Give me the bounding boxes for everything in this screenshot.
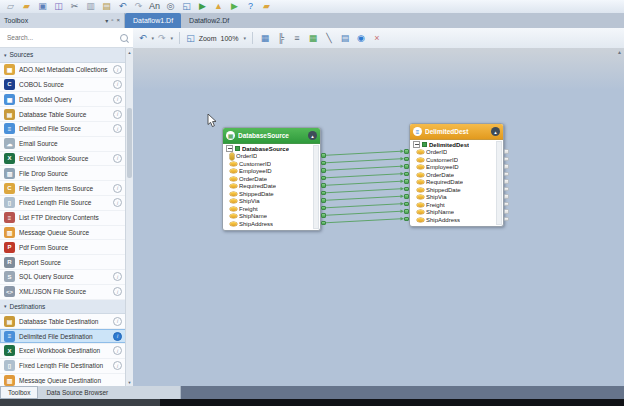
redo-icon[interactable]: ↷ <box>158 34 166 43</box>
remove-icon[interactable]: × <box>371 32 383 44</box>
info-icon[interactable] <box>113 124 122 133</box>
port-stub[interactable] <box>504 149 509 154</box>
recent-folder-icon[interactable]: ▰ <box>261 1 272 12</box>
toolbox-item[interactable]: S SQL Query Source <box>0 270 126 285</box>
port-stub[interactable] <box>321 161 326 166</box>
port-stub[interactable] <box>404 157 409 162</box>
info-icon[interactable] <box>113 332 122 341</box>
pin-icon[interactable]: ▫ <box>111 17 113 24</box>
info-icon[interactable] <box>113 287 122 296</box>
port-stub[interactable] <box>504 209 509 214</box>
save-all-icon[interactable]: ◫ <box>53 1 64 12</box>
panel-tab[interactable]: Data Source Browser <box>38 386 116 399</box>
info-icon[interactable] <box>113 184 122 193</box>
scroll-up-icon[interactable]: ▲ <box>126 48 133 56</box>
toolbox-item[interactable]: C COBOL Source <box>0 78 126 93</box>
toolbox-section-header[interactable]: Sources <box>0 48 126 63</box>
panel-tab[interactable]: Toolbox <box>0 386 38 399</box>
port-stub[interactable] <box>321 213 326 218</box>
port-stub[interactable] <box>504 179 509 184</box>
close-icon[interactable]: × <box>116 17 120 24</box>
redo-dropdown-icon[interactable]: ▾ <box>171 35 174 41</box>
zoom-fit-icon[interactable]: ◱ <box>186 33 195 43</box>
align-items-icon[interactable]: ≡ <box>291 32 303 44</box>
toolbox-item[interactable]: ▥ File Drop Source <box>0 166 126 181</box>
toolbox-item[interactable]: ▦ Data Model Query <box>0 92 126 107</box>
draw-link-icon[interactable]: ╲ <box>323 32 335 44</box>
port-stub[interactable] <box>504 202 509 207</box>
field-row[interactable]: OrderDate <box>226 175 313 183</box>
cut-icon[interactable]: ✂ <box>69 1 80 12</box>
field-row[interactable]: Freight <box>226 205 313 213</box>
field-row[interactable]: OrderDate <box>413 171 496 179</box>
info-icon[interactable] <box>113 272 122 281</box>
undo-dropdown-icon[interactable]: ▾ <box>152 35 155 41</box>
toolbox-item[interactable]: ▯ Fixed Length File Destination <box>0 359 126 374</box>
auto-layout-tree-icon[interactable]: ╠ <box>275 32 287 44</box>
copy-icon[interactable]: ▥ <box>85 1 96 12</box>
port-stub[interactable] <box>504 217 509 222</box>
find-icon[interactable]: ◎ <box>165 1 176 12</box>
toolbox-item[interactable]: ▤ Database Table Source <box>0 107 126 122</box>
node-scrollbar[interactable] <box>313 145 319 229</box>
info-icon[interactable] <box>113 361 122 370</box>
port-stub[interactable] <box>321 206 326 211</box>
preview-window-icon[interactable]: ▤ <box>339 32 351 44</box>
toolbox-item[interactable]: ☁ Email Source <box>0 137 126 152</box>
info-icon[interactable] <box>113 154 122 163</box>
toolbox-item[interactable]: C File System Items Source <box>0 181 126 196</box>
info-icon[interactable] <box>113 198 122 207</box>
toolbox-item[interactable]: ≡ List FTP Directory Contents <box>0 211 126 226</box>
tree-collapse-icon[interactable] <box>226 145 233 152</box>
info-icon[interactable] <box>113 346 122 355</box>
tree-collapse-icon[interactable] <box>413 141 420 148</box>
port-stub[interactable] <box>504 187 509 192</box>
chevron-down-icon[interactable]: ▾ <box>105 17 108 24</box>
export-package-icon[interactable]: ▲ <box>213 1 224 12</box>
node-header[interactable]: ≡ DelimitedDest ▴ <box>410 124 503 140</box>
field-row[interactable]: ShippedDate <box>413 186 496 194</box>
collapse-icon[interactable]: ▴ <box>491 127 500 136</box>
field-row[interactable]: EmployeeID <box>413 164 496 172</box>
dataflow-node[interactable]: ≡ DelimitedDest ▴ DelimitedDest <box>409 123 504 227</box>
undo-icon[interactable]: ↶ <box>139 34 147 43</box>
toolbox-item[interactable]: ≡ Delimited File Source <box>0 122 126 137</box>
node-root-row[interactable]: DelimitedDest <box>413 141 496 149</box>
node-root-row[interactable]: DatabaseSource <box>226 145 313 153</box>
toolbox-item[interactable]: P Pdf Form Source <box>0 240 126 255</box>
toolbox-item[interactable]: X Excel Workbook Source <box>0 152 126 167</box>
save-layout-icon[interactable]: ▦ <box>259 32 271 44</box>
port-stub[interactable] <box>404 194 409 199</box>
port-stub[interactable] <box>321 176 326 181</box>
port-stub[interactable] <box>321 153 326 158</box>
font-icon[interactable]: An <box>149 1 160 12</box>
start-dataflow-icon[interactable]: ▶ <box>197 1 208 12</box>
node-header[interactable]: ▦ DatabaseSource ▴ <box>223 128 320 144</box>
field-row[interactable]: RequiredDate <box>413 179 496 187</box>
new-document-icon[interactable]: ▱ <box>5 1 16 12</box>
port-stub[interactable] <box>404 202 409 207</box>
toolbox-item[interactable]: ▦ ADO.Net Metadata Collections <box>0 63 126 78</box>
field-row[interactable]: OrderID <box>226 153 313 161</box>
open-folder-icon[interactable]: ▰ <box>21 1 32 12</box>
port-stub[interactable] <box>321 191 326 196</box>
port-stub[interactable] <box>321 183 326 188</box>
port-stub[interactable] <box>504 157 509 162</box>
toolbox-item[interactable]: ▥ Message Queue Destination <box>0 374 126 386</box>
new-window-icon[interactable]: ◱ <box>181 1 192 12</box>
field-row[interactable]: Freight <box>413 201 496 209</box>
dataflow-node[interactable]: ▦ DatabaseSource ▴ DatabaseSource <box>222 127 321 231</box>
field-row[interactable]: ShipAddress <box>413 216 496 224</box>
deploy-icon[interactable]: ▶ <box>229 1 240 12</box>
toolbox-item[interactable]: R Report Source <box>0 255 126 270</box>
node-scrollbar[interactable] <box>496 141 502 225</box>
field-row[interactable]: ShipAddress <box>226 220 313 228</box>
paste-icon[interactable]: ▤ <box>101 1 112 12</box>
document-tab[interactable]: Dataflow1.Df <box>125 13 181 28</box>
field-row[interactable]: ShipName <box>413 209 496 217</box>
port-stub[interactable] <box>404 172 409 177</box>
zoom-value[interactable]: 100% <box>221 35 239 42</box>
port-stub[interactable] <box>321 168 326 173</box>
canvas-scroll-up-icon[interactable]: ▲ <box>617 49 622 55</box>
field-row[interactable]: OrderID <box>413 149 496 157</box>
